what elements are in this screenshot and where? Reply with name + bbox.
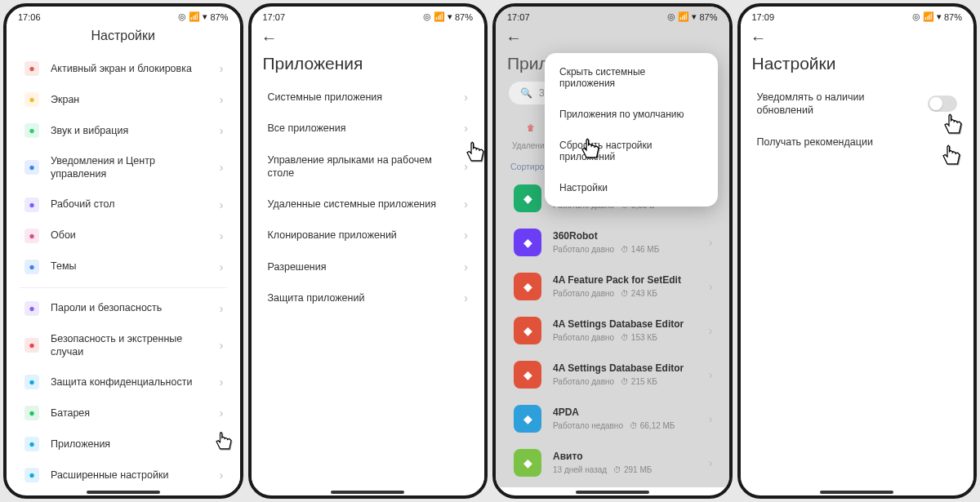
settings-label: Уведомления и Центр управления xyxy=(51,154,208,181)
app-row[interactable]: ◆ 4A Feature Pack for SetEdit Работало д… xyxy=(499,264,726,309)
nav-handle xyxy=(820,491,893,494)
menu-label: Удаленные системные приложения xyxy=(268,198,453,211)
settings-label: Темы xyxy=(51,260,208,273)
settings-item[interactable]: ● Рабочий стол › xyxy=(10,189,237,220)
search-icon: 🔍 xyxy=(520,87,532,99)
status-bar: 17:06 ◎ 📶 ▾ 87% xyxy=(7,7,240,24)
popup-item[interactable]: Скрыть системные приложения xyxy=(545,56,718,99)
apps-menu-item[interactable]: Удаленные системные приложения › xyxy=(255,189,482,220)
toggle-switch[interactable] xyxy=(928,96,957,112)
settings-icon: ● xyxy=(24,92,39,107)
chevron-right-icon: › xyxy=(464,91,468,104)
chevron-right-icon: › xyxy=(709,456,713,469)
chevron-right-icon: › xyxy=(709,324,713,337)
back-button[interactable]: ← xyxy=(252,24,284,47)
settings-label: Приложения xyxy=(51,438,208,451)
settings-item[interactable]: ● Расширенные настройки › xyxy=(10,460,237,487)
back-button[interactable]: ← xyxy=(496,24,528,47)
settings-label: Экран xyxy=(51,93,208,106)
chevron-right-icon: › xyxy=(220,302,224,315)
main-settings: Настройки ● Активный экран и блокировка … xyxy=(7,24,240,487)
chevron-right-icon: › xyxy=(709,368,713,381)
status-bar: 17:09 ◎ 📶 ▾ 87% xyxy=(741,7,974,24)
row-label: Уведомлять о наличии обновлений xyxy=(757,91,917,118)
status-time: 17:07 xyxy=(507,12,530,22)
settings-item[interactable]: ● Защита конфиденциальности › xyxy=(10,367,237,398)
chevron-right-icon: › xyxy=(220,438,224,451)
popup-item[interactable]: Настройки xyxy=(545,172,718,203)
row-recommendations[interactable]: Получать рекомендации xyxy=(744,127,971,158)
nav-handle xyxy=(331,491,404,494)
apps-menu-item[interactable]: Системные приложения › xyxy=(255,82,482,113)
popup-item[interactable]: Приложения по умолчанию xyxy=(545,99,718,130)
app-icon: ◆ xyxy=(514,273,541,300)
phone-screen-4: 17:09 ◎ 📶 ▾ 87% ← Настройки Уведомлять о… xyxy=(737,3,978,499)
status-icons: ◎ 📶 ▾ 87% xyxy=(178,11,228,22)
chevron-right-icon: › xyxy=(464,291,468,304)
settings-item[interactable]: ● Обои › xyxy=(10,220,237,251)
chevron-right-icon: › xyxy=(220,406,224,420)
nav-handle xyxy=(576,491,649,494)
settings-item[interactable]: ● Темы › xyxy=(10,251,237,282)
chevron-right-icon: › xyxy=(220,93,224,106)
settings-label: Обои xyxy=(51,229,208,242)
apps-menu-item[interactable]: Управление ярлыками на рабочем столе › xyxy=(255,144,482,189)
chevron-right-icon: › xyxy=(220,339,224,352)
settings-label: Звук и вибрация xyxy=(51,124,208,137)
settings-item[interactable]: ● Уведомления и Центр управления › xyxy=(10,146,237,189)
app-icon: ◆ xyxy=(514,405,541,433)
settings-label: Рабочий стол xyxy=(51,198,208,211)
settings-label: Расширенные настройки xyxy=(51,469,208,482)
apps-menu-item[interactable]: Клонирование приложений › xyxy=(255,220,482,251)
status-time: 17:07 xyxy=(263,12,286,22)
app-row[interactable]: ◆ 360Robot Работало давно⏱ 146 МБ › xyxy=(499,220,726,264)
settings-item[interactable]: ● Безопасность и экстренные случаи › xyxy=(10,324,237,367)
chip-delete[interactable]: 🗑 Удаление xyxy=(512,116,549,150)
app-info: 4A Feature Pack for SetEdit Работало дав… xyxy=(553,274,697,300)
popup-item[interactable]: Сбросить настройки приложений xyxy=(545,130,718,172)
status-bar: 17:07 ◎ 📶 ▾ 87% xyxy=(496,7,729,24)
menu-label: Защита приложений xyxy=(268,291,453,304)
apps-menu-item[interactable]: Разрешения › xyxy=(255,251,482,282)
status-icons: ◎ 📶 ▾ 87% xyxy=(423,11,473,22)
settings-icon: ● xyxy=(24,406,39,420)
settings-item[interactable]: ● Активный экран и блокировка › xyxy=(10,53,237,84)
divider xyxy=(20,287,227,288)
app-row[interactable]: ◆ 4PDA Работало недавно⏱ 66,12 МБ › xyxy=(499,397,726,441)
settings-label: Безопасность и экстренные случаи xyxy=(51,332,208,359)
settings-item[interactable]: ● Экран › xyxy=(10,84,237,115)
apps-menu-item[interactable]: Защита приложений › xyxy=(255,282,482,313)
chevron-right-icon: › xyxy=(464,122,468,135)
app-icon: ◆ xyxy=(514,317,541,344)
settings-icon: ● xyxy=(24,468,39,482)
settings-item[interactable]: ● Звук и вибрация › xyxy=(10,115,237,146)
settings-item[interactable]: ● Батарея › xyxy=(10,398,237,429)
settings-list-2: ● Пароли и безопасность › ● Безопасность… xyxy=(7,293,240,488)
back-button[interactable]: ← xyxy=(741,24,773,47)
menu-label: Разрешения xyxy=(268,260,453,273)
row-notify-updates[interactable]: Уведомлять о наличии обновлений xyxy=(744,82,971,127)
chip-label: Удаление xyxy=(512,141,549,150)
main-apps: ← Приложения Системные приложения › Все … xyxy=(252,24,485,487)
chevron-right-icon: › xyxy=(220,161,224,174)
app-icon: ◆ xyxy=(514,229,541,256)
row-label: Получать рекомендации xyxy=(757,135,958,149)
app-info: 4PDA Работало недавно⏱ 66,12 МБ xyxy=(553,406,697,432)
menu-label: Системные приложения xyxy=(268,91,453,104)
chevron-right-icon: › xyxy=(220,469,224,482)
app-row[interactable]: ◆ 4A Settings Database Editor Работало д… xyxy=(499,309,726,353)
nav-handle xyxy=(87,491,160,494)
app-row[interactable]: ◆ Авито 13 дней назад⏱ 291 МБ › xyxy=(499,441,726,485)
settings-icon: ● xyxy=(24,198,39,212)
settings-icon: ● xyxy=(24,338,39,353)
app-icon: ◆ xyxy=(514,449,541,477)
status-time: 17:06 xyxy=(18,12,41,22)
apps-menu-item[interactable]: Все приложения › xyxy=(255,113,482,144)
status-icons: ◎ 📶 ▾ 87% xyxy=(912,11,962,22)
app-row[interactable]: ◆ 4A Settings Database Editor Работало д… xyxy=(499,353,726,397)
battery-pct: 87% xyxy=(455,12,473,22)
settings-item[interactable]: ● Пароли и безопасность › xyxy=(10,293,237,324)
apps-menu-list: Системные приложения › Все приложения › … xyxy=(252,82,485,313)
settings-icon: ● xyxy=(24,123,39,138)
settings-item[interactable]: ● Приложения › xyxy=(10,429,237,460)
